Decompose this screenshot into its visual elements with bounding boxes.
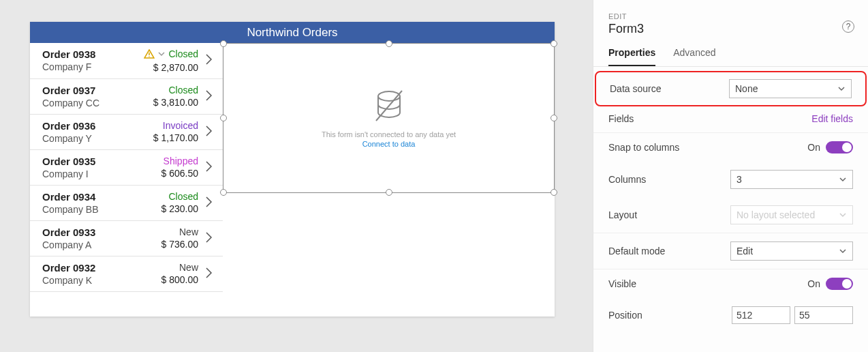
order-company: Company K <box>42 275 136 286</box>
data-source-row-highlight: Data source None <box>596 72 865 105</box>
resize-handle[interactable] <box>220 115 227 121</box>
layout-select[interactable]: No layout selected <box>730 205 853 224</box>
order-company: Company BB <box>42 204 136 215</box>
order-status: Closed <box>136 191 198 202</box>
panel-mode-label: EDIT <box>608 12 853 20</box>
warning-icon <box>144 49 155 61</box>
order-id: Order 0937 <box>42 85 136 96</box>
order-amount: $ 3,810.00 <box>136 97 198 108</box>
svg-line-3 <box>376 91 402 121</box>
default-mode-label: Default mode <box>608 246 730 256</box>
position-x-value: 512 <box>737 310 752 321</box>
order-amount: $ 606.50 <box>136 168 198 179</box>
layout-label: Layout <box>608 209 730 220</box>
snap-label: Snap to columns <box>608 142 807 153</box>
order-id: Order 0936 <box>42 120 136 132</box>
chevron-right-icon <box>204 159 213 176</box>
order-company: Company I <box>42 168 136 179</box>
order-amount: $ 736.00 <box>136 239 198 250</box>
empty-form-message: This form isn't connected to any data ye… <box>322 130 456 138</box>
order-id: Order 0932 <box>42 262 136 274</box>
position-x-input[interactable]: 512 <box>732 306 790 324</box>
chevron-down-icon <box>837 85 846 93</box>
chevron-right-icon <box>204 230 213 247</box>
resize-handle[interactable] <box>551 40 557 47</box>
order-status: Closed <box>136 85 198 96</box>
order-amount: $ 230.00 <box>136 203 198 214</box>
resize-handle[interactable] <box>386 189 392 196</box>
orders-gallery[interactable]: Order 0938Company F Closed$ 2,870.00Orde… <box>30 43 223 317</box>
order-status: Closed <box>136 48 198 61</box>
data-source-value: None <box>735 83 758 94</box>
chevron-down-icon <box>839 247 847 255</box>
svg-point-1 <box>149 56 150 57</box>
form-control[interactable]: This form isn't connected to any data ye… <box>223 43 555 193</box>
order-status: Shipped <box>136 156 198 166</box>
order-id: Order 0934 <box>42 191 136 203</box>
chevron-right-icon <box>204 52 213 69</box>
visible-toggle[interactable] <box>826 278 853 290</box>
order-company: Company A <box>42 239 136 250</box>
default-mode-select[interactable]: Edit <box>730 241 853 261</box>
resize-handle[interactable] <box>386 40 392 47</box>
order-item[interactable]: Order 0936Company YInvoiced$ 1,170.00 <box>30 115 223 150</box>
chevron-right-icon <box>204 265 213 282</box>
data-source-label: Data source <box>610 83 729 94</box>
chevron-right-icon <box>204 194 213 211</box>
connect-to-data-link[interactable]: Connect to data <box>362 140 416 148</box>
visible-on-text: On <box>807 278 820 289</box>
visible-label: Visible <box>608 278 807 289</box>
order-item[interactable]: Order 0938Company F Closed$ 2,870.00 <box>30 43 223 79</box>
help-icon[interactable]: ? <box>842 20 854 33</box>
database-icon <box>372 88 406 125</box>
resize-handle[interactable] <box>220 40 227 47</box>
tab-properties[interactable]: Properties <box>608 47 655 66</box>
resize-handle[interactable] <box>220 189 227 196</box>
resize-handle[interactable] <box>551 115 557 121</box>
order-item[interactable]: Order 0935Company IShipped$ 606.50 <box>30 150 223 186</box>
control-name: Form3 <box>608 22 853 36</box>
order-company: Company CC <box>42 98 136 108</box>
edit-fields-link[interactable]: Edit fields <box>811 113 853 124</box>
order-status: Invoiced <box>136 120 198 131</box>
chevron-right-icon <box>204 88 213 105</box>
default-mode-value: Edit <box>737 246 753 256</box>
order-id: Order 0938 <box>42 48 136 60</box>
order-item[interactable]: Order 0937Company CCClosed$ 3,810.00 <box>30 79 223 115</box>
order-amount: $ 2,870.00 <box>136 62 198 73</box>
columns-value: 3 <box>737 174 742 185</box>
order-item[interactable]: Order 0932Company KNew$ 800.00 <box>30 256 223 292</box>
order-amount: $ 800.00 <box>136 274 198 285</box>
position-y-input[interactable]: 55 <box>794 306 853 324</box>
snap-toggle[interactable] <box>826 141 853 153</box>
app-title: Northwind Orders <box>247 26 337 40</box>
order-company: Company Y <box>42 133 136 144</box>
columns-select[interactable]: 3 <box>730 170 853 189</box>
order-company: Company F <box>42 61 136 72</box>
columns-label: Columns <box>608 174 730 185</box>
position-y-value: 55 <box>799 310 810 321</box>
order-item[interactable]: Order 0934Company BBClosed$ 230.00 <box>30 186 223 221</box>
chevron-down-icon <box>839 211 847 219</box>
order-item[interactable]: Order 0933Company ANew$ 736.00 <box>30 221 223 256</box>
app-canvas: Northwind Orders Order 0938Company F Clo… <box>30 22 555 317</box>
app-title-bar: Northwind Orders <box>30 22 555 43</box>
order-status: New <box>136 226 198 237</box>
order-status: New <box>136 262 198 273</box>
tab-advanced[interactable]: Advanced <box>673 47 715 66</box>
fields-label: Fields <box>608 113 811 124</box>
chevron-down-icon <box>839 175 847 184</box>
layout-value: No layout selected <box>737 209 815 220</box>
order-id: Order 0935 <box>42 156 136 167</box>
properties-panel: EDIT Form3 ? Properties Advanced Data so… <box>593 0 868 352</box>
chevron-right-icon <box>204 123 213 141</box>
snap-on-text: On <box>807 142 820 153</box>
position-label: Position <box>608 310 732 321</box>
order-amount: $ 1,170.00 <box>136 132 198 143</box>
chevron-down-icon <box>157 49 166 61</box>
data-source-select[interactable]: None <box>729 79 852 98</box>
resize-handle[interactable] <box>551 189 557 196</box>
order-id: Order 0933 <box>42 226 136 238</box>
